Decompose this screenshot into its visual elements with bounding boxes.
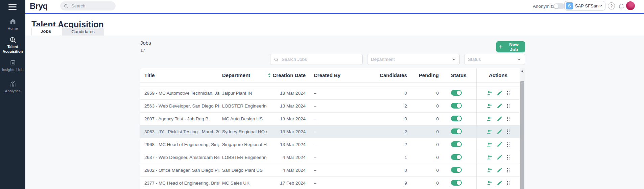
more-options-icon[interactable]: [507, 129, 510, 134]
more-options-icon[interactable]: [507, 142, 510, 147]
status-cell: [439, 141, 476, 148]
edit-icon[interactable]: [497, 129, 502, 135]
table-row[interactable]: 2377 - MC Head of Engineering, Bristol P…: [140, 177, 520, 189]
status-filter[interactable]: Status: [464, 54, 525, 65]
person-add-icon[interactable]: [486, 180, 492, 186]
table-row[interactable]: 2637 - Web Designer, Amsterdam Region...…: [140, 151, 520, 164]
home-icon: [9, 18, 16, 25]
job-status-toggle[interactable]: [451, 167, 462, 173]
column-header-candidates[interactable]: Candidates: [348, 72, 407, 78]
org-name: SAP SFSandb...: [575, 3, 599, 8]
more-options-icon[interactable]: [507, 155, 510, 160]
bell-icon[interactable]: [618, 2, 625, 9]
edit-icon[interactable]: [497, 180, 502, 186]
more-options-icon[interactable]: [507, 91, 510, 95]
more-options-icon[interactable]: [507, 104, 510, 108]
person-add-icon[interactable]: [486, 167, 492, 173]
column-header-pending[interactable]: Pending: [407, 72, 439, 78]
person-add-icon[interactable]: [486, 116, 492, 122]
tab-jobs[interactable]: Jobs: [31, 26, 60, 36]
actions-cell: [476, 113, 520, 125]
created-by-cell: –: [306, 91, 348, 96]
org-selector[interactable]: S SAP SFSandb...: [564, 1, 605, 10]
table-row[interactable]: 2902 - Office Manager, San Diego Plant U…: [140, 164, 520, 177]
column-header-creation-date[interactable]: Creation Date: [267, 72, 306, 78]
more-options-icon[interactable]: [507, 168, 510, 172]
edit-icon[interactable]: [497, 116, 502, 122]
new-job-button[interactable]: New Job: [496, 41, 525, 52]
table-scrollbar[interactable]: [520, 68, 525, 189]
edit-icon[interactable]: [497, 90, 502, 96]
job-status-toggle[interactable]: [451, 141, 462, 147]
sidebar-item-home[interactable]: Home: [0, 18, 25, 31]
tab-candidates[interactable]: Candidates: [62, 28, 104, 36]
candidates-cell: 0: [348, 116, 407, 121]
global-search[interactable]: [60, 1, 116, 10]
person-add-icon[interactable]: [486, 103, 492, 109]
status-cell: [439, 154, 476, 161]
search-jobs-field[interactable]: [270, 54, 363, 65]
sidebar-item-analytics[interactable]: Analytics: [0, 80, 25, 93]
table-row[interactable]: 2968 - MC Head of Engineering, Singapor.…: [140, 138, 520, 151]
plus-icon: [498, 44, 503, 49]
pending-cell: 0: [407, 116, 439, 121]
sort-icon[interactable]: [268, 73, 271, 77]
more-options-icon[interactable]: [507, 181, 510, 185]
edit-icon[interactable]: [497, 103, 502, 109]
search-jobs-input[interactable]: [281, 56, 357, 62]
more-options-icon[interactable]: [507, 117, 510, 121]
edit-icon[interactable]: [497, 167, 502, 173]
topbar: Bryq Anonymize S SAP SFSandb... ?: [25, 0, 644, 14]
job-status-toggle[interactable]: [451, 128, 462, 134]
sidebar-item-talent-acquisition[interactable]: Talent Acquisition: [0, 37, 25, 54]
help-icon[interactable]: ?: [608, 2, 615, 9]
sidebar-item-label: Analytics: [0, 89, 25, 93]
creation-date-cell: 13 Mar 2024: [267, 129, 306, 134]
column-header-status[interactable]: Status: [439, 72, 476, 78]
person-add-icon[interactable]: [486, 90, 492, 96]
pending-cell: 0: [407, 103, 439, 109]
table-row[interactable]: 2563 - Web Developer, San Diego Plant US…: [140, 100, 520, 113]
candidates-cell: 0: [348, 168, 407, 173]
sidebar: Home Talent Acquisition Insights Hub Ana…: [0, 0, 25, 189]
avatar[interactable]: [626, 1, 635, 10]
department-filter[interactable]: Department: [367, 54, 460, 65]
table-row[interactable]: 3063 - JY - Picklist Testing - March 202…: [140, 125, 520, 138]
actions-cell: [476, 100, 520, 112]
person-add-icon[interactable]: [486, 129, 492, 135]
anonymize-toggle[interactable]: [553, 3, 565, 9]
department-cell: Sydney Regional HQ AU: [219, 129, 267, 134]
table-header-row: Title Department Creation Date Created B…: [140, 68, 520, 82]
candidates-cell: 1: [348, 155, 407, 160]
column-header-title[interactable]: Title: [140, 72, 219, 78]
global-search-input[interactable]: [71, 3, 109, 9]
table-row[interactable]: 2807 - Agency Test - Job Req B, MC Auto …: [140, 113, 520, 125]
job-status-toggle[interactable]: [451, 103, 462, 109]
department-cell: LOBSTER Engineering: [219, 103, 267, 109]
edit-icon[interactable]: [497, 142, 502, 147]
actions-cell: [476, 151, 520, 164]
person-add-icon[interactable]: [486, 155, 492, 160]
created-by-cell: –: [306, 181, 348, 186]
job-status-toggle[interactable]: [451, 154, 462, 160]
created-by-cell: –: [306, 142, 348, 147]
job-status-toggle[interactable]: [451, 180, 462, 186]
job-status-toggle[interactable]: [451, 116, 462, 121]
hamburger-icon[interactable]: [8, 4, 17, 10]
column-header-department[interactable]: Department: [219, 72, 267, 78]
scrollbar-thumb[interactable]: [520, 81, 524, 189]
job-status-toggle[interactable]: [451, 90, 462, 96]
department-cell: MC Auto Design US: [219, 116, 267, 121]
table-row[interactable]: 2959 - MC Automotive Technician, Jaipur …: [140, 87, 520, 100]
status-cell: [439, 180, 476, 187]
sidebar-item-insights-hub[interactable]: Insights Hub: [0, 59, 25, 72]
job-title-cell: 2377 - MC Head of Engineering, Bristol P…: [140, 181, 219, 186]
edit-icon[interactable]: [497, 155, 502, 160]
sidebar-item-label: Home: [0, 26, 25, 31]
table-row-partial: [140, 82, 520, 87]
created-by-cell: –: [306, 103, 348, 109]
scroll-up-icon[interactable]: [521, 70, 524, 72]
bryq-logo: Bryq: [30, 1, 48, 11]
person-add-icon[interactable]: [486, 142, 492, 147]
column-header-created-by[interactable]: Created By: [306, 72, 348, 78]
